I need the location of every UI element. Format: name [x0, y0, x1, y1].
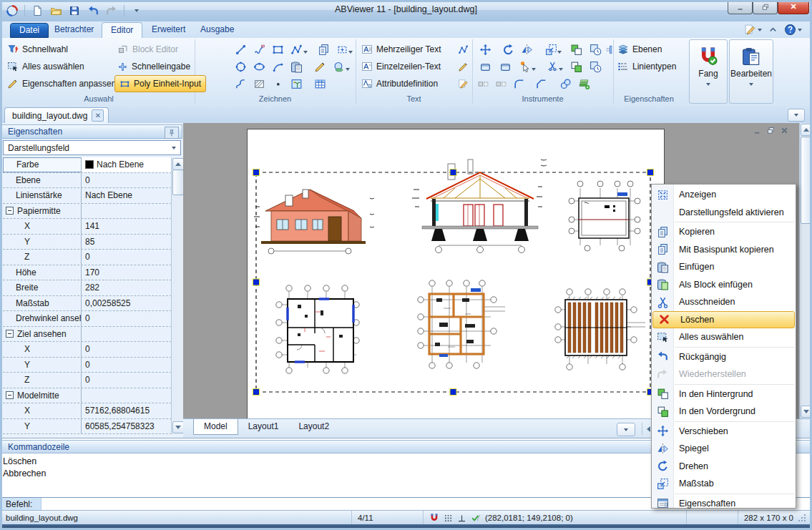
- mdi-minimize-icon[interactable]: [751, 125, 763, 135]
- document-close-icon[interactable]: ✕: [92, 109, 104, 122]
- tab-datei[interactable]: Datei: [10, 23, 49, 38]
- rectangle-tool-icon[interactable]: [270, 42, 285, 57]
- property-row[interactable]: Breite282: [3, 280, 172, 296]
- edit-text-icon[interactable]: [456, 77, 470, 91]
- copy-back-tool-icon[interactable]: [569, 42, 583, 57]
- canvas-scroll-thumb[interactable]: [801, 137, 812, 224]
- text-style-icon[interactable]: [456, 59, 470, 74]
- property-row[interactable]: Drehwinkel anseh0: [3, 311, 172, 327]
- ortho-mode-icon[interactable]: [457, 514, 466, 523]
- spline-tool-icon[interactable]: [233, 77, 248, 91]
- poly-einheit-input-button[interactable]: Poly Einheit-Input: [114, 75, 206, 92]
- menu-item-in-den-vordergrund[interactable]: In den Vordergrund: [652, 403, 796, 421]
- menu-item-rueckgaengig[interactable]: Rückgängig: [652, 348, 796, 366]
- ebenen-button[interactable]: Ebenen: [617, 42, 662, 57]
- point-tool-icon[interactable]: [270, 77, 285, 91]
- snap-magnet-icon[interactable]: [429, 513, 439, 523]
- property-row[interactable]: Y85: [3, 235, 172, 250]
- drawing-paper[interactable]: [247, 129, 665, 420]
- tab-ausgabe[interactable]: Ausgabe: [192, 22, 243, 37]
- collapse-icon[interactable]: [6, 391, 14, 399]
- table-tool-icon[interactable]: [313, 77, 327, 91]
- markup-tool-icon[interactable]: [744, 24, 762, 36]
- close-button[interactable]: ✕: [778, 0, 809, 14]
- circles-tool-icon[interactable]: [558, 77, 572, 91]
- property-row[interactable]: Y0: [3, 358, 172, 373]
- attributdefinition-button[interactable]: Attributdefinition: [361, 77, 438, 91]
- fang-button[interactable]: Fang: [689, 39, 728, 104]
- menu-item-einfuegen[interactable]: Einfügen: [652, 258, 796, 276]
- menu-item-darstellungsfeld-aktivieren[interactable]: Darstellungsfeld aktivieren: [652, 204, 796, 222]
- hatch-tool-icon[interactable]: [252, 77, 266, 91]
- schnelleingabe-button[interactable]: Schnelleingabe: [117, 59, 190, 74]
- menu-item-als-block-einfuegen[interactable]: Als Block einfügen: [652, 276, 796, 294]
- collapse-ribbon-icon[interactable]: [768, 24, 778, 35]
- menu-item-anzeigen[interactable]: Anzeigen: [652, 186, 796, 204]
- menu-item-drehen[interactable]: Drehen: [652, 458, 796, 476]
- mirror-tool-icon[interactable]: [519, 42, 534, 57]
- property-row[interactable]: Y60585,254758323: [3, 419, 172, 435]
- pen-tool-icon[interactable]: [313, 59, 327, 74]
- menu-item-loeschen[interactable]: Löschen: [652, 311, 795, 329]
- sphere-dropdown-icon[interactable]: [344, 62, 351, 77]
- region-dropdown-icon[interactable]: [347, 45, 354, 59]
- menu-item-mit-basispunkt-kopieren[interactable]: Mit Basispunkt kopieren: [652, 241, 796, 259]
- linientypen-button[interactable]: Linientypen: [617, 59, 676, 74]
- image-tool-icon[interactable]: [289, 77, 303, 91]
- paste-block-tool-icon[interactable]: [289, 59, 303, 74]
- property-row[interactable]: X57162,68804615: [3, 403, 172, 419]
- rotate-tool-icon[interactable]: [501, 42, 515, 57]
- layout-tab-layout1[interactable]: Layout1: [238, 419, 289, 434]
- help-icon[interactable]: [784, 24, 802, 36]
- property-row[interactable]: X0: [3, 342, 172, 358]
- block-editor-button[interactable]: Block Editor: [117, 42, 178, 57]
- pin-icon[interactable]: [165, 127, 179, 139]
- circle-tool-icon[interactable]: [233, 59, 248, 74]
- entity-type-select[interactable]: Darstellungsfeld: [3, 140, 181, 155]
- sphere-tool-icon[interactable]: [331, 59, 346, 74]
- property-group-row[interactable]: Ziel ansehen: [3, 327, 172, 343]
- rect-edit2-tool-icon[interactable]: [498, 59, 512, 74]
- array2-tool-icon[interactable]: [494, 77, 508, 91]
- fang-dropdown-icon[interactable]: [706, 83, 710, 86]
- document-tab[interactable]: building_layout.dwg ✕: [4, 107, 109, 123]
- menu-item-in-den-hintergrund[interactable]: In den Hintergrund: [652, 386, 796, 403]
- scroll-up-icon[interactable]: [172, 158, 184, 170]
- menu-item-alles-auswaehlen[interactable]: Alles auswählen: [652, 328, 796, 346]
- eigenschaften-anpassen-button[interactable]: Eigenschaften anpassen: [7, 77, 116, 91]
- copy-timed-tool-icon[interactable]: [588, 42, 602, 57]
- alles-auswaehlen-button[interactable]: Alles auswählen: [7, 59, 84, 74]
- scroll-down-icon[interactable]: [172, 421, 184, 433]
- minimize-button[interactable]: [728, 0, 753, 14]
- menu-item-verschieben[interactable]: Verschieben: [652, 423, 796, 441]
- collapse-icon[interactable]: [6, 207, 14, 215]
- tab-list-dropdown-icon[interactable]: [788, 109, 805, 122]
- layout-tab-layout2[interactable]: Layout2: [288, 419, 339, 434]
- array-tool-icon[interactable]: [476, 77, 490, 91]
- canvas-vertical-scrollbar[interactable]: [799, 123, 812, 418]
- ellipse-tool-icon[interactable]: [252, 59, 266, 74]
- menu-item-eigenschaften[interactable]: Eigenschaften: [652, 495, 796, 513]
- layout-tab-model[interactable]: Model: [193, 419, 238, 435]
- trim-dropdown-icon[interactable]: [557, 62, 564, 77]
- canvas-scroll-down-icon[interactable]: [801, 406, 812, 418]
- polyline-dropdown-icon[interactable]: [302, 45, 309, 59]
- property-row[interactable]: X141: [3, 219, 172, 235]
- pointer-dropdown-icon[interactable]: [530, 62, 537, 77]
- line-tool-icon[interactable]: [233, 42, 248, 57]
- osnap-check-icon[interactable]: [471, 513, 481, 523]
- property-row[interactable]: Ebene0: [3, 173, 172, 189]
- timer-tool-icon[interactable]: [588, 59, 602, 74]
- scale-dropdown-icon[interactable]: [556, 45, 563, 59]
- rect-edit-tool-icon[interactable]: [478, 59, 492, 74]
- mdi-restore-icon[interactable]: [765, 125, 776, 135]
- tab-erweitert[interactable]: Erweitert: [143, 22, 194, 37]
- menu-item-kopieren[interactable]: Kopieren: [652, 223, 796, 241]
- grid-mode-icon[interactable]: [444, 514, 453, 523]
- property-row[interactable]: Z0: [3, 373, 172, 388]
- bearbeiten-button[interactable]: Bearbeiten: [729, 39, 773, 104]
- tab-editor[interactable]: Editor: [102, 22, 142, 38]
- add-layer-tool-icon[interactable]: [577, 77, 591, 91]
- layout-tabs-dropdown-icon[interactable]: [617, 423, 635, 436]
- fillet-tool-icon[interactable]: [512, 77, 526, 91]
